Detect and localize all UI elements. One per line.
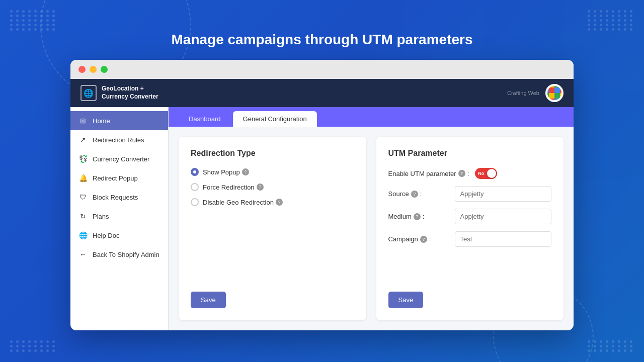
utm-card-title: UTM Parameter bbox=[388, 149, 552, 158]
bg-dots-bottom-right bbox=[588, 340, 634, 352]
sidebar-item-plans[interactable]: ↻ Plans bbox=[70, 207, 168, 226]
browser-dot-yellow[interactable] bbox=[90, 66, 97, 73]
bg-dots-top-right bbox=[588, 10, 634, 31]
sidebar-label-home: Home bbox=[93, 117, 110, 125]
bg-dots-top-left bbox=[10, 10, 56, 31]
help-icon-medium[interactable]: ? bbox=[414, 213, 421, 220]
sidebar-label-help-doc: Help Doc bbox=[93, 232, 119, 239]
browser-window: 🌐 GeoLocation +Currency Converter Crafti… bbox=[70, 60, 574, 330]
redirection-save-button[interactable]: Save bbox=[191, 292, 226, 308]
utm-save-button[interactable]: Save bbox=[388, 292, 424, 308]
utm-campaign-label: Campaign ? : bbox=[388, 235, 449, 243]
utm-enable-label: Enable UTM parameter ? : bbox=[388, 170, 469, 177]
tab-general-configuration[interactable]: General Configuration bbox=[233, 111, 317, 127]
tabs-bar: Dashboard General Configuration bbox=[169, 107, 574, 127]
bg-dots-bottom-left bbox=[10, 340, 56, 352]
utm-toggle[interactable]: No bbox=[475, 168, 497, 179]
help-icon-utm-enable[interactable]: ? bbox=[458, 170, 465, 177]
sidebar-item-redirect-popup[interactable]: 🔔 Redirect Popup bbox=[70, 168, 168, 188]
sidebar-label-redirection-rules: Redirection Rules bbox=[93, 136, 144, 144]
sidebar-label-redirect-popup: Redirect Popup bbox=[93, 174, 138, 182]
help-icon: 🌐 bbox=[78, 231, 88, 240]
radio-group-redirection: Show Popup ? Force Redirection ? bbox=[191, 168, 354, 280]
sidebar-item-block-requests[interactable]: 🛡 Block Requests bbox=[70, 188, 168, 207]
browser-content: 🌐 GeoLocation +Currency Converter Crafti… bbox=[70, 79, 574, 330]
redirection-icon: ↗ bbox=[78, 135, 88, 144]
browser-dot-red[interactable] bbox=[78, 66, 86, 73]
utm-toggle-container[interactable]: No bbox=[475, 168, 497, 179]
redirection-type-card: Redirection Type Show Popup ? bbox=[179, 137, 366, 320]
utm-campaign-input[interactable] bbox=[455, 231, 552, 247]
radio-circle-force-redirection bbox=[191, 183, 199, 191]
redirection-card-title: Redirection Type bbox=[191, 149, 354, 158]
radio-show-popup[interactable]: Show Popup ? bbox=[191, 168, 354, 176]
utm-parameter-card: UTM Parameter Enable UTM parameter ? : bbox=[376, 137, 564, 320]
sidebar-item-help-doc[interactable]: 🌐 Help Doc bbox=[70, 226, 168, 245]
bell-icon: 🔔 bbox=[78, 173, 88, 183]
shield-icon: 🛡 bbox=[78, 193, 88, 202]
sidebar-label-block-requests: Block Requests bbox=[93, 194, 138, 201]
browser-chrome bbox=[70, 60, 574, 79]
plans-icon: ↻ bbox=[78, 212, 88, 221]
radio-label-disable-geo: Disable Geo Redirection ? bbox=[203, 199, 283, 206]
sidebar-label-back-to-shopify: Back To Shopify Admin bbox=[93, 251, 159, 258]
app-badge bbox=[545, 84, 564, 102]
utm-source-row: Source ? : bbox=[388, 186, 552, 202]
utm-source-input[interactable] bbox=[455, 186, 552, 202]
app-name: GeoLocation +Currency Converter bbox=[102, 85, 158, 101]
radio-circle-disable-geo bbox=[191, 198, 199, 206]
sidebar-item-home[interactable]: ⊞ Home bbox=[70, 111, 168, 130]
utm-medium-row: Medium ? : bbox=[388, 209, 552, 224]
browser-dot-green[interactable] bbox=[101, 66, 108, 73]
radio-disable-geo[interactable]: Disable Geo Redirection ? bbox=[191, 198, 354, 206]
help-icon-show-popup[interactable]: ? bbox=[242, 168, 249, 175]
page-title: Manage campaigns through UTM parameters bbox=[171, 32, 472, 48]
app-header-right: Crafting Web bbox=[507, 84, 564, 102]
help-icon-source[interactable]: ? bbox=[411, 191, 418, 198]
utm-enable-row: Enable UTM parameter ? : No bbox=[388, 168, 552, 179]
radio-label-force-redirection: Force Redirection ? bbox=[203, 184, 264, 191]
main-layout: ⊞ Home ↗ Redirection Rules 💱 Currency Co… bbox=[70, 107, 574, 330]
app-logo: 🌐 GeoLocation +Currency Converter bbox=[80, 85, 158, 101]
content-area: Dashboard General Configuration Redirect… bbox=[169, 107, 574, 330]
utm-medium-input[interactable] bbox=[455, 209, 552, 224]
sidebar: ⊞ Home ↗ Redirection Rules 💱 Currency Co… bbox=[70, 107, 169, 330]
currency-icon: 💱 bbox=[78, 154, 88, 163]
help-icon-disable-geo[interactable]: ? bbox=[276, 199, 283, 206]
toggle-label: No bbox=[478, 171, 484, 176]
cards-area: Redirection Type Show Popup ? bbox=[169, 127, 574, 330]
radio-label-show-popup: Show Popup ? bbox=[203, 168, 249, 176]
sidebar-label-plans: Plans bbox=[93, 213, 109, 220]
home-icon: ⊞ bbox=[78, 116, 88, 125]
utm-form: Enable UTM parameter ? : No bbox=[388, 168, 552, 280]
help-icon-campaign[interactable]: ? bbox=[420, 236, 427, 243]
crafting-web-label: Crafting Web bbox=[507, 90, 539, 96]
globe-icon: 🌐 bbox=[80, 85, 97, 101]
utm-medium-label: Medium ? : bbox=[388, 213, 449, 220]
tab-dashboard[interactable]: Dashboard bbox=[179, 111, 231, 127]
sidebar-item-currency-converter[interactable]: 💱 Currency Converter bbox=[70, 149, 168, 168]
sidebar-item-redirection-rules[interactable]: ↗ Redirection Rules bbox=[70, 130, 168, 149]
app-header: 🌐 GeoLocation +Currency Converter Crafti… bbox=[70, 79, 574, 107]
radio-force-redirection[interactable]: Force Redirection ? bbox=[191, 183, 354, 191]
help-icon-force-redirection[interactable]: ? bbox=[257, 184, 264, 191]
sidebar-item-back-to-shopify[interactable]: ← Back To Shopify Admin bbox=[70, 245, 168, 264]
back-icon: ← bbox=[78, 250, 88, 259]
utm-source-label: Source ? : bbox=[388, 190, 449, 198]
utm-campaign-row: Campaign ? : bbox=[388, 231, 552, 247]
radio-circle-show-popup bbox=[191, 168, 199, 176]
badge-circle bbox=[547, 86, 561, 100]
sidebar-label-currency-converter: Currency Converter bbox=[93, 155, 149, 163]
